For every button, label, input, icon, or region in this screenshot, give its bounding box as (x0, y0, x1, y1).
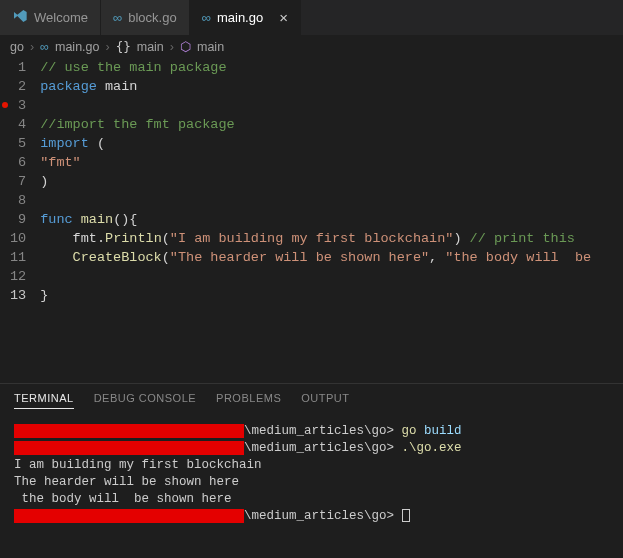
code-line[interactable]: } (40, 286, 623, 305)
breadcrumb[interactable]: go › ∞ main.go › {} main › ⬡ main (0, 35, 623, 58)
terminal[interactable]: \medium_articles\go> go build \medium_ar… (0, 415, 623, 533)
code-line[interactable]: "fmt" (40, 153, 623, 172)
code-editor[interactable]: 12345678910111213 // use the main packag… (0, 58, 623, 305)
panel-tab-debug-console[interactable]: DEBUG CONSOLE (94, 392, 196, 409)
go-file-icon: ∞ (113, 10, 122, 25)
line-number: 11 (10, 248, 26, 267)
terminal-prompt: \medium_articles\go> (14, 508, 609, 525)
code-line[interactable]: // use the main package (40, 58, 623, 77)
panel-tab-output[interactable]: OUTPUT (301, 392, 349, 409)
close-icon[interactable]: × (279, 9, 288, 26)
line-number: 5 (10, 134, 26, 153)
go-file-icon: ∞ (40, 40, 49, 54)
panel-tab-problems[interactable]: PROBLEMS (216, 392, 281, 409)
tab-label: block.go (128, 10, 176, 25)
line-number: 2 (10, 77, 26, 96)
redacted-path (14, 509, 244, 523)
tab-bar: Welcome ∞ block.go ∞ main.go × (0, 0, 623, 35)
code-line[interactable]: func main(){ (40, 210, 623, 229)
terminal-output: the body will be shown here (14, 491, 609, 508)
line-number: 9 (10, 210, 26, 229)
chevron-right-icon: › (105, 40, 109, 54)
redacted-path (14, 441, 244, 455)
line-number: 1 (10, 58, 26, 77)
line-number: 6 (10, 153, 26, 172)
tab-welcome[interactable]: Welcome (0, 0, 101, 35)
tab-main-go[interactable]: ∞ main.go × (190, 0, 301, 35)
line-number: 12 (10, 267, 26, 286)
tab-block-go[interactable]: ∞ block.go (101, 0, 190, 35)
code-line[interactable] (40, 191, 623, 210)
terminal-output: I am building my first blockchain (14, 457, 609, 474)
code-line[interactable] (40, 96, 623, 115)
terminal-cursor (402, 509, 410, 522)
go-file-icon: ∞ (202, 10, 211, 25)
symbol-namespace-icon: {} (116, 39, 131, 54)
code-line[interactable]: CreateBlock("The hearder will be shown h… (40, 248, 623, 267)
breakpoint-icon[interactable] (2, 102, 8, 108)
code-line[interactable]: package main (40, 77, 623, 96)
terminal-line: \medium_articles\go> go build (14, 423, 609, 440)
code-line[interactable]: import ( (40, 134, 623, 153)
terminal-output: The hearder will be shown here (14, 474, 609, 491)
code-line[interactable] (40, 267, 623, 286)
line-gutter: 12345678910111213 (0, 58, 40, 305)
chevron-right-icon: › (30, 40, 34, 54)
line-number: 10 (10, 229, 26, 248)
line-number: 7 (10, 172, 26, 191)
code-line[interactable]: fmt.Println("I am building my first bloc… (40, 229, 623, 248)
breadcrumb-symbol[interactable]: main (137, 40, 164, 54)
panel-tab-terminal[interactable]: TERMINAL (14, 392, 74, 409)
code-line[interactable]: //import the fmt package (40, 115, 623, 134)
line-number: 8 (10, 191, 26, 210)
panel: TERMINAL DEBUG CONSOLE PROBLEMS OUTPUT \… (0, 383, 623, 558)
chevron-right-icon: › (170, 40, 174, 54)
line-number: 13 (10, 286, 26, 305)
tab-label: Welcome (34, 10, 88, 25)
code-area[interactable]: // use the main packagepackage main//imp… (40, 58, 623, 305)
symbol-method-icon: ⬡ (180, 39, 191, 54)
tab-label: main.go (217, 10, 263, 25)
vscode-icon (12, 8, 28, 27)
line-number: 3 (10, 96, 26, 115)
breadcrumb-root[interactable]: go (10, 40, 24, 54)
panel-tabs: TERMINAL DEBUG CONSOLE PROBLEMS OUTPUT (0, 384, 623, 415)
breadcrumb-file[interactable]: main.go (55, 40, 99, 54)
line-number: 4 (10, 115, 26, 134)
terminal-line: \medium_articles\go> .\go.exe (14, 440, 609, 457)
code-line[interactable]: ) (40, 172, 623, 191)
breadcrumb-symbol[interactable]: main (197, 40, 224, 54)
redacted-path (14, 424, 244, 438)
